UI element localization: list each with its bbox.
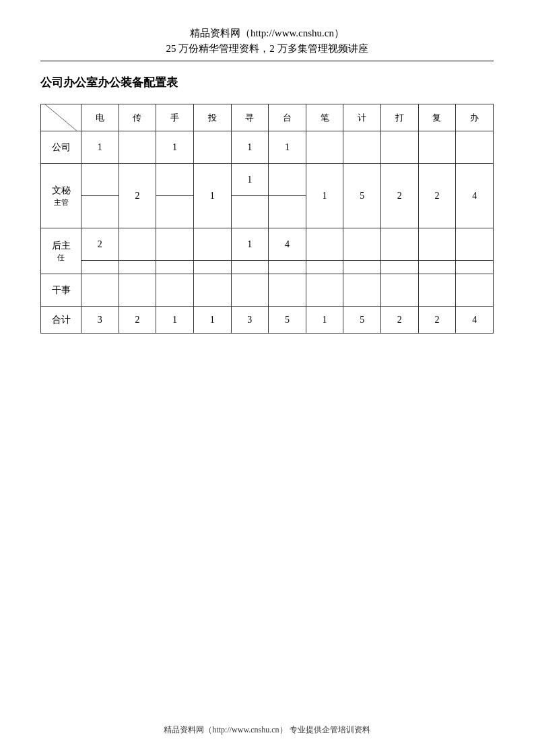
cell-干事-打 <box>381 274 419 307</box>
cell-干事-投 <box>193 274 231 307</box>
col-header-笔: 笔 <box>306 104 343 131</box>
cell-文秘-投: 1 <box>193 164 231 228</box>
table-row-gongsi: 公司 1 1 1 1 <box>41 131 494 164</box>
cell-公司-传 <box>119 131 156 164</box>
col-header-手: 手 <box>156 104 194 131</box>
col-header-寻: 寻 <box>231 104 269 131</box>
page: 精品资料网（http://www.cnshu.cn） 25 万份精华管理资料，2… <box>0 0 534 756</box>
cell-公司-投 <box>193 131 231 164</box>
cell-文秘-复: 2 <box>418 164 456 228</box>
table-row-houzhu-spacer <box>41 261 494 274</box>
cell-后主-电: 2 <box>81 228 119 261</box>
cell-后主-办 <box>456 228 494 261</box>
cell-文秘-电-top <box>81 164 119 196</box>
col-header-复: 复 <box>418 104 456 131</box>
cell-干事-办 <box>456 274 494 307</box>
cell-公司-电: 1 <box>81 131 119 164</box>
cell-后主-计 <box>343 228 381 261</box>
cell-合计-寻: 3 <box>231 307 269 334</box>
cell-合计-台: 5 <box>269 307 306 334</box>
cell-公司-计 <box>343 131 381 164</box>
cell-合计-办: 4 <box>456 307 494 334</box>
row-label-文秘: 文秘主管 <box>41 164 81 228</box>
main-table: 电 传 手 投 寻 台 笔 计 打 复 办 公司 1 1 1 1 <box>40 104 494 334</box>
cell-合计-传: 2 <box>119 307 156 334</box>
cell-后主-笔 <box>306 228 343 261</box>
cell-干事-手 <box>156 274 194 307</box>
cell-后主-投 <box>193 228 231 261</box>
cell-后主-复 <box>418 228 456 261</box>
cell-后主-传 <box>119 228 156 261</box>
table-container: 电 传 手 投 寻 台 笔 计 打 复 办 公司 1 1 1 1 <box>40 104 494 334</box>
cell-公司-复 <box>418 131 456 164</box>
cell-文秘-寻-top: 1 <box>231 164 269 196</box>
cell-干事-传 <box>119 274 156 307</box>
cell-后主-打 <box>381 228 419 261</box>
cell-文秘-笔: 1 <box>306 164 343 228</box>
cell-后主-手 <box>156 228 194 261</box>
cell-后主-手-top <box>156 196 194 228</box>
table-row-wenmi-top: 文秘主管 2 1 1 1 5 2 2 4 <box>41 164 494 196</box>
cell-公司-打 <box>381 131 419 164</box>
footer: 精品资料网（http://www.cnshu.cn） 专业提供企管培训资料 <box>0 724 534 736</box>
cell-文秘-打: 2 <box>381 164 419 228</box>
cell-后主-寻-top <box>231 196 269 228</box>
col-header-办: 办 <box>456 104 494 131</box>
cell-文秘-手-top <box>156 164 194 196</box>
footer-text: 精品资料网（http://www.cnshu.cn） 专业提供企管培训资料 <box>164 725 370 734</box>
cell-后主-电-top <box>81 196 119 228</box>
cell-文秘-办: 4 <box>456 164 494 228</box>
row-label-合计: 合计 <box>41 307 81 334</box>
cell-干事-电 <box>81 274 119 307</box>
row-label-后主: 后主任 <box>41 228 81 274</box>
diagonal-header-cell <box>41 104 81 131</box>
cell-文秘-传: 2 <box>119 164 156 228</box>
cell-文秘-计: 5 <box>343 164 381 228</box>
header-line1: 精品资料网（http://www.cnshu.cn） <box>40 27 494 40</box>
cell-干事-复 <box>418 274 456 307</box>
col-header-打: 打 <box>381 104 419 131</box>
cell-合计-笔: 1 <box>306 307 343 334</box>
row-label-干事: 干事 <box>41 274 81 307</box>
cell-合计-计: 5 <box>343 307 381 334</box>
cell-后主-台-1: 4 <box>269 228 306 261</box>
cell-合计-手: 1 <box>156 307 194 334</box>
table-header-row: 电 传 手 投 寻 台 笔 计 打 复 办 <box>41 104 494 131</box>
table-row-houzhu: 后主任 2 1 4 <box>41 228 494 261</box>
cell-文秘-台-top <box>269 164 306 196</box>
cell-干事-计 <box>343 274 381 307</box>
svg-line-0 <box>45 104 77 131</box>
cell-干事-寻 <box>231 274 269 307</box>
table-row-total: 合计 3 2 1 1 3 5 1 5 2 2 4 <box>41 307 494 334</box>
cell-公司-寻: 1 <box>231 131 269 164</box>
cell-合计-电: 3 <box>81 307 119 334</box>
cell-合计-打: 2 <box>381 307 419 334</box>
cell-合计-复: 2 <box>418 307 456 334</box>
table-row-ganshi: 干事 <box>41 274 494 307</box>
cell-公司-手: 1 <box>156 131 194 164</box>
doc-title: 公司办公室办公装备配置表 <box>40 75 494 90</box>
cell-后主-寻-1: 1 <box>231 228 269 261</box>
cell-后主-台-top <box>269 196 306 228</box>
col-header-投: 投 <box>193 104 231 131</box>
cell-公司-笔 <box>306 131 343 164</box>
col-header-传: 传 <box>119 104 156 131</box>
col-header-电: 电 <box>81 104 119 131</box>
col-header-计: 计 <box>343 104 381 131</box>
col-header-台: 台 <box>269 104 306 131</box>
header: 精品资料网（http://www.cnshu.cn） 25 万份精华管理资料，2… <box>40 27 494 55</box>
cell-公司-办 <box>456 131 494 164</box>
cell-干事-台 <box>269 274 306 307</box>
cell-合计-投: 1 <box>193 307 231 334</box>
cell-干事-笔 <box>306 274 343 307</box>
cell-公司-台: 1 <box>269 131 306 164</box>
header-divider <box>40 61 494 61</box>
header-line2: 25 万份精华管理资料，2 万多集管理视频讲座 <box>40 42 494 55</box>
row-label-公司: 公司 <box>41 131 81 164</box>
